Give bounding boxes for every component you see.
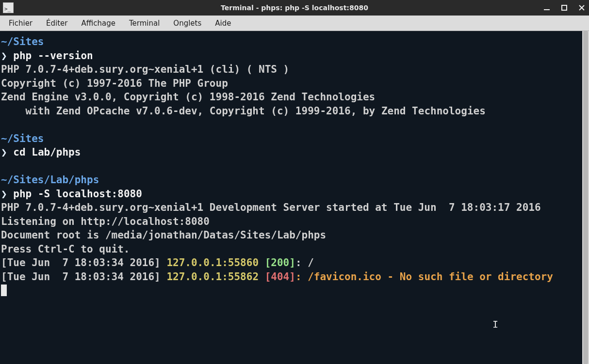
menu-terminal[interactable]: Terminal <box>122 16 166 31</box>
log-address: 127.0.0.1:55862 <box>166 271 264 283</box>
output-line: Copyright (c) 1997-2016 The PHP Group <box>1 78 228 89</box>
http-status: [200] <box>265 257 295 269</box>
window-title: Terminal - phps: php -S localhost:8080 <box>0 0 589 16</box>
close-button[interactable] <box>577 3 586 12</box>
output-line: PHP 7.0.7-4+deb.sury.org~xenial+1 Develo… <box>1 202 541 213</box>
command-text: cd Lab/phps <box>13 146 81 158</box>
prompt-symbol: ❯ <box>1 188 7 200</box>
output-line: with Zend OPcache v7.0.6-dev, Copyright … <box>1 105 486 117</box>
window-titlebar: Terminal - phps: php -S localhost:8080 <box>0 0 589 16</box>
output-line: Listening on http://localhost:8080 <box>1 216 210 227</box>
terminal-viewport: ~/Sites ❯ php --version PHP 7.0.7-4+deb.… <box>0 31 589 364</box>
log-address: 127.0.0.1:55860 <box>166 257 264 269</box>
output-line: Document root is /media/jonathan/Datas/S… <box>1 229 326 241</box>
command-text: php --version <box>13 50 93 62</box>
prompt-symbol: ❯ <box>1 146 7 158</box>
prompt-symbol: ❯ <box>1 50 7 62</box>
log-timestamp: [Tue Jun 7 18:03:34 2016] <box>1 257 166 269</box>
maximize-button[interactable] <box>560 3 569 12</box>
menu-view[interactable]: Affichage <box>74 16 122 31</box>
terminal-cursor <box>1 285 7 296</box>
terminal-output[interactable]: ~/Sites ❯ php --version PHP 7.0.7-4+deb.… <box>0 31 582 364</box>
menu-edit[interactable]: Éditer <box>39 16 74 31</box>
window-controls <box>542 0 586 16</box>
prompt-path: ~/Sites <box>1 133 44 144</box>
log-path: : / <box>295 257 314 269</box>
menu-file[interactable]: Fichier <box>2 16 39 31</box>
menubar: Fichier Éditer Affichage Terminal Onglet… <box>0 16 589 31</box>
prompt-path: ~/Sites <box>1 36 44 47</box>
http-status: [404] <box>265 271 295 283</box>
vertical-scrollbar[interactable] <box>582 31 589 364</box>
output-line: PHP 7.0.7-4+deb.sury.org~xenial+1 (cli) … <box>1 63 289 75</box>
output-line: Press Ctrl-C to quit. <box>1 243 130 255</box>
svg-rect-0 <box>544 9 550 10</box>
output-line: Zend Engine v3.0.0, Copyright (c) 1998-2… <box>1 91 375 103</box>
menu-help[interactable]: Aide <box>208 16 238 31</box>
terminal-app-icon <box>3 2 14 13</box>
log-error: : /favicon.ico - No such file or directo… <box>295 271 553 283</box>
minimize-button[interactable] <box>542 3 551 12</box>
log-timestamp: [Tue Jun 7 18:03:34 2016] <box>1 271 166 283</box>
svg-rect-1 <box>562 5 567 10</box>
prompt-path: ~/Sites/Lab/phps <box>1 174 99 186</box>
scrollbar-thumb[interactable] <box>583 31 588 364</box>
command-text: php -S localhost:8080 <box>13 188 142 200</box>
menu-tabs[interactable]: Onglets <box>166 16 208 31</box>
